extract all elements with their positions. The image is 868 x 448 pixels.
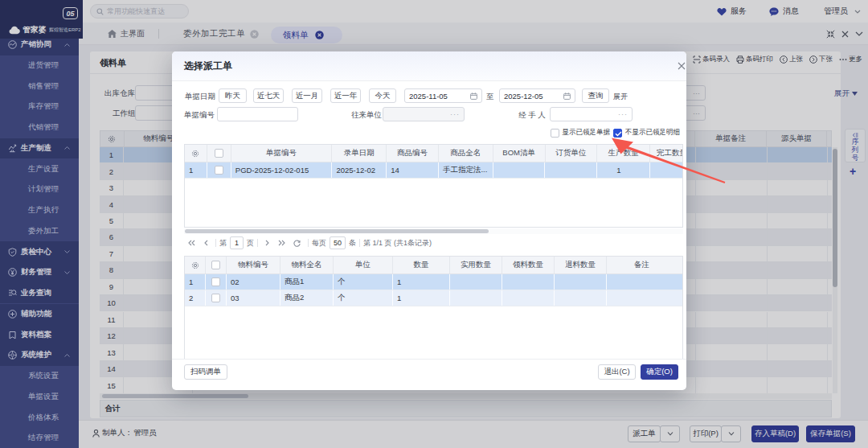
- pager-separator: [359, 239, 360, 247]
- orders-row[interactable]: 1 PGD-2025-12-02-015 2025-12-02 14 手工指定法…: [185, 162, 682, 179]
- t2-col[interactable]: 实用数量: [450, 257, 502, 273]
- materials-table: 物料编号 物料全名 单位 数量 实用数量 领料数量 退料数量 备注 102商品1…: [184, 256, 683, 360]
- partner-label: 往来单位: [351, 110, 382, 121]
- table-cell: 2: [185, 290, 206, 306]
- ok-button[interactable]: 确定(O): [641, 364, 678, 380]
- modal-footer-divider: [172, 359, 686, 360]
- select-all-checkbox[interactable]: [211, 261, 220, 269]
- t2-col[interactable]: 退料数量: [555, 257, 607, 273]
- scrollbar-thumb[interactable]: [185, 229, 489, 233]
- scan-button[interactable]: 扫码调单: [184, 364, 227, 380]
- pager-di: 第: [219, 238, 227, 249]
- t1-col[interactable]: 订货单位: [546, 145, 598, 162]
- quick-yesterday[interactable]: 昨天: [219, 88, 247, 103]
- materials-table-body: 102商品1个1203商品2个1: [185, 274, 682, 306]
- show-fulfilled-checkbox[interactable]: [551, 129, 559, 138]
- quick-1year[interactable]: 近一年: [330, 88, 361, 103]
- t1-col[interactable]: 单据编号: [231, 145, 333, 162]
- table-cell: [555, 274, 607, 290]
- t1-col[interactable]: BOM清单: [493, 145, 546, 162]
- pager-separator: [215, 239, 216, 247]
- pager-summary: 第 1/1 页 (共1条记录): [363, 238, 432, 249]
- table-cell: 02: [227, 274, 280, 290]
- pager-per-label: 每页: [312, 238, 326, 249]
- last-page-icon[interactable]: [278, 240, 285, 246]
- table-cell: [502, 290, 555, 306]
- hide-fulfilled-detail-checkbox[interactable]: [613, 129, 622, 138]
- materials-row[interactable]: 102商品1个1: [185, 274, 682, 290]
- t1-col[interactable]: 生产数量: [597, 145, 650, 162]
- select-all-cell: [207, 145, 231, 162]
- filter-checkbox-row: 显示已领足单据 不显示已领足明细: [172, 128, 680, 138]
- row-checkbox[interactable]: [211, 294, 220, 302]
- partner-ellipsis[interactable]: ···: [450, 110, 460, 118]
- table-cell: 个: [334, 290, 393, 306]
- table-cell: 商品1: [280, 274, 334, 290]
- t2-col[interactable]: 数量: [393, 257, 450, 273]
- t1-col[interactable]: 商品编号: [387, 145, 439, 162]
- first-page-icon[interactable]: [188, 240, 195, 246]
- date-range-label: 单据日期: [185, 92, 215, 102]
- modal-title: 选择派工单: [184, 60, 232, 73]
- table-cell: [450, 290, 502, 306]
- date-from-input[interactable]: 2025-11-05: [404, 88, 482, 103]
- row-checkbox[interactable]: [211, 277, 220, 286]
- app-window: 管家婆 辉煌智造ERP2 05 常用功能快速直达 服务 消息 管理员 主界面 委…: [0, 0, 868, 448]
- t2-col[interactable]: 单位: [334, 257, 393, 273]
- cell-product-name: 手工指定法...: [439, 162, 493, 178]
- table-cell: [607, 274, 677, 290]
- t2-col[interactable]: 物料编号: [227, 257, 280, 273]
- quick-7days[interactable]: 近七天: [253, 88, 284, 103]
- page-input[interactable]: 1: [230, 236, 244, 249]
- calendar-icon: [470, 92, 477, 100]
- quick-today[interactable]: 今天: [369, 88, 396, 103]
- cell-checkbox: [207, 162, 231, 178]
- t2-col[interactable]: 物料全名: [280, 257, 334, 273]
- table-cell: 商品2: [280, 290, 334, 306]
- row-checkbox[interactable]: [215, 166, 223, 175]
- table-cell: 个: [334, 274, 393, 290]
- modal-header: [172, 51, 686, 80]
- modal-close-icon[interactable]: [678, 62, 686, 70]
- quick-1month[interactable]: 近一月: [292, 88, 322, 103]
- t1-col[interactable]: 完工数量: [650, 145, 682, 162]
- date-to-value: 2025-12-05: [504, 92, 543, 101]
- cell-product-no: 14: [387, 162, 439, 178]
- select-all-checkbox[interactable]: [215, 149, 223, 158]
- table-header-row: 物料编号 物料全名 单位 数量 实用数量 领料数量 退料数量 备注: [185, 257, 682, 274]
- orders-hscrollbar[interactable]: [184, 228, 683, 234]
- materials-row[interactable]: 203商品2个1: [185, 290, 682, 306]
- next-page-icon[interactable]: [265, 240, 270, 246]
- pager-separator: [257, 239, 258, 247]
- prev-page-icon[interactable]: [203, 240, 208, 246]
- select-all-cell: [206, 257, 227, 273]
- table-cell: 1: [185, 274, 206, 290]
- t1-col[interactable]: 录单日期: [332, 145, 387, 162]
- handler-input[interactable]: ···: [550, 107, 633, 121]
- gear-header-cell: [185, 257, 206, 273]
- exit-button[interactable]: 退出(C): [598, 364, 636, 380]
- gear-icon[interactable]: [191, 150, 199, 158]
- cell-production-qty: 1: [597, 162, 650, 178]
- t2-col[interactable]: 领料数量: [502, 257, 555, 273]
- t1-col[interactable]: 商品全名: [439, 145, 493, 162]
- per-page-input[interactable]: 50: [330, 236, 346, 249]
- date-to-input[interactable]: 2025-12-05: [499, 88, 575, 103]
- refresh-icon[interactable]: [293, 240, 301, 247]
- gear-icon[interactable]: [191, 261, 199, 269]
- table-cell: 03: [227, 290, 280, 306]
- partner-input[interactable]: ···: [383, 107, 465, 121]
- cell-order-unit: [545, 162, 597, 178]
- pager-ye: 页: [247, 238, 254, 249]
- table-header-row: 单据编号 录单日期 商品编号 商品全名 BOM清单 订货单位 生产数量 完工数量: [185, 145, 682, 162]
- t2-col[interactable]: 备注: [607, 257, 677, 273]
- pagination: 第 1 页 每页 50 条 第 1/1 页 (共1条记录): [184, 236, 680, 250]
- search-button[interactable]: 查询: [582, 88, 609, 103]
- handler-ellipsis[interactable]: ···: [618, 110, 628, 118]
- cell-done-qty: [650, 162, 682, 178]
- pager-tiao: 条: [349, 238, 356, 249]
- cell-date: 2025-12-02: [332, 162, 387, 178]
- cell-checkbox: [206, 274, 227, 290]
- filter-expand-link[interactable]: 展开: [613, 92, 628, 102]
- orderno-input[interactable]: [217, 107, 298, 121]
